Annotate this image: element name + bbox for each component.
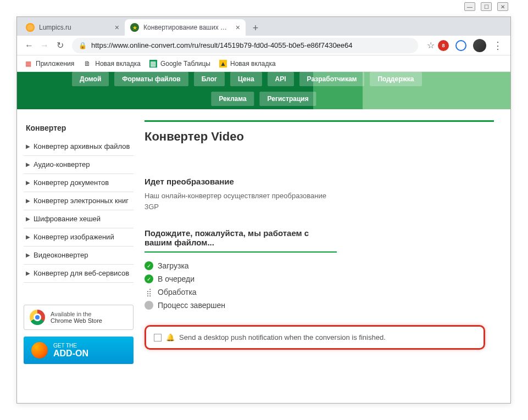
sidebar: Конвертер ▶Конвертер архивных файлов ▶Ау… (24, 120, 134, 364)
sidebar-label: Шифрование хешей (34, 215, 131, 223)
converter-favicon-icon: ★ (130, 23, 139, 32)
sidebar-item-ebooks[interactable]: ▶Конвертер электронных книг (24, 192, 134, 210)
new-tab-button[interactable]: + (248, 20, 263, 36)
tab-close-icon[interactable]: × (115, 23, 119, 32)
chrome-l1: Available in the (51, 311, 102, 317)
chrome-l2: Chrome Web Store (51, 317, 102, 324)
step-label: Процесс завершен (158, 301, 225, 310)
bookmark-label: Новая вкладка (230, 60, 276, 68)
caret-icon: ▶ (26, 251, 30, 260)
image-icon: ▲ (219, 60, 227, 68)
sidebar-label: Видеоконвертер (34, 251, 131, 259)
page-body: Конвертер ▶Конвертер архивных файлов ▶Ау… (17, 109, 510, 375)
browser-menu-button[interactable]: ⋮ (490, 40, 506, 52)
bookmark-item[interactable]: ▦ Google Таблицы (149, 60, 210, 68)
apps-label: Приложения (36, 60, 74, 68)
browser-window: Lumpics.ru × ★ Конвертирование ваших фай… (16, 16, 511, 404)
nav-blog[interactable]: Блог (194, 72, 225, 86)
page-icon: 🗎 (83, 59, 92, 68)
address-bar: ← → ↻ 🔒 https://www.online-convert.com/r… (17, 36, 510, 55)
sidebar-item-hash[interactable]: ▶Шифрование хешей (24, 210, 134, 228)
profile-avatar[interactable] (473, 39, 486, 52)
tab-close-icon[interactable]: × (236, 23, 240, 32)
nav-register[interactable]: Регистрация (260, 92, 316, 106)
nav-devs[interactable]: Разработчикам (299, 72, 365, 86)
bell-icon: 🔔 (166, 333, 175, 341)
nav-support[interactable]: Поддержка (370, 72, 421, 86)
firefox-addon-badge[interactable]: GET THE ADD-ON (24, 337, 134, 364)
sidebar-item-archive[interactable]: ▶Конвертер архивных файлов (24, 138, 134, 156)
nav-home[interactable]: Домой (72, 72, 109, 86)
nav-formats[interactable]: Форматы файлов (114, 72, 188, 86)
window-controls: — ☐ ✕ (464, 2, 508, 11)
site-header: Домой Форматы файлов Блог Цена API Разра… (17, 72, 510, 109)
wait-heading: Подождите, пожалуйста, мы работаем с ваш… (144, 228, 337, 253)
tab-title: Конвертирование ваших файло (143, 24, 231, 31)
status-description: Наш онлайн-конвертер осуществляет преобр… (144, 191, 331, 212)
step-label: Загрузка (158, 261, 189, 270)
tab-converter[interactable]: ★ Конвертирование ваших файло × (125, 19, 246, 36)
tab-lumpics[interactable]: Lumpics.ru × (20, 19, 125, 36)
caret-icon: ▶ (26, 269, 30, 278)
caret-icon: ▶ (26, 215, 30, 223)
notification-highlight-box: 🔔 Send a desktop push notification when … (144, 325, 485, 350)
apps-button[interactable]: ▦ Приложения (24, 59, 74, 68)
page-viewport[interactable]: Домой Форматы файлов Блог Цена API Разра… (17, 72, 510, 403)
bookmark-item[interactable]: ▲ Новая вкладка (219, 60, 276, 68)
caret-icon: ▶ (26, 233, 30, 242)
bookmark-label: Новая вкладка (95, 60, 141, 68)
sidebar-label: Аудио-конвертер (34, 160, 131, 169)
nav-ads[interactable]: Реклама (211, 92, 254, 106)
nav-api[interactable]: API (268, 72, 294, 86)
page-title: Конвертер Video (144, 120, 494, 144)
window-close-button[interactable]: ✕ (497, 2, 508, 11)
notification-checkbox[interactable] (154, 334, 162, 341)
sidebar-label: Конвертер документов (34, 178, 131, 187)
bookmark-star-icon[interactable]: ☆ (427, 40, 435, 51)
header-nav-row2: Реклама Регистрация (211, 92, 316, 106)
globe-icon[interactable] (455, 40, 466, 51)
minimize-button[interactable]: — (464, 2, 475, 11)
caret-icon: ▶ (26, 142, 30, 151)
step-finished: Процесс завершен (144, 299, 494, 312)
status-heading: Идет преобразование (144, 177, 494, 186)
sidebar-item-images[interactable]: ▶Конвертер изображений (24, 228, 134, 247)
step-processing: ⣾ Обработка (144, 285, 494, 299)
reload-button[interactable]: ↻ (52, 38, 68, 53)
step-label: В очереди (158, 275, 194, 283)
chrome-webstore-badge[interactable]: Available in the Chrome Web Store (24, 305, 134, 330)
ff-l2: ADD-ON (53, 349, 88, 359)
main-content: Конвертер Video Идет преобразование Наш … (144, 120, 510, 364)
tab-title: Lumpics.ru (39, 24, 110, 31)
url-input[interactable]: 🔒 https://www.online-convert.com/ru/resu… (72, 38, 418, 53)
sidebar-item-audio[interactable]: ▶Аудио-конвертер (24, 156, 134, 174)
sheets-icon: ▦ (149, 60, 157, 68)
step-upload: ✓ Загрузка (144, 259, 494, 272)
url-text: https://www.online-convert.com/ru/result… (91, 41, 353, 49)
lumpics-favicon-icon (26, 23, 35, 32)
bookmark-item[interactable]: 🗎 Новая вкладка (83, 59, 141, 68)
lock-icon: 🔒 (79, 42, 87, 49)
sidebar-label: Конвертер для веб-сервисов (34, 269, 131, 277)
forward-button[interactable]: → (37, 38, 52, 53)
sidebar-item-web[interactable]: ▶Конвертер для веб-сервисов (24, 265, 134, 283)
bookmarks-bar: ▦ Приложения 🗎 Новая вкладка ▦ Google Та… (17, 55, 510, 72)
sidebar-title: Конвертер (24, 120, 134, 138)
ff-l1: GET THE (53, 343, 88, 349)
back-button[interactable]: ← (21, 38, 37, 53)
tabs-bar: Lumpics.ru × ★ Конвертирование ваших фай… (17, 17, 510, 36)
step-label: Обработка (158, 288, 197, 296)
nav-price[interactable]: Цена (230, 72, 262, 86)
notification-label: Send a desktop push notification when th… (179, 333, 386, 341)
caret-icon: ▶ (26, 160, 30, 169)
promo-section: Available in the Chrome Web Store GET TH… (24, 305, 134, 364)
sidebar-item-docs[interactable]: ▶Конвертер документов (24, 174, 134, 192)
caret-icon: ▶ (26, 178, 30, 187)
firefox-logo-icon (31, 342, 48, 359)
check-icon: ✓ (144, 261, 153, 270)
adblock-icon[interactable]: 8 (438, 40, 449, 51)
maximize-button[interactable]: ☐ (481, 2, 492, 11)
check-icon: ✓ (144, 275, 153, 283)
sidebar-label: Конвертер архивных файлов (34, 142, 131, 150)
sidebar-item-video[interactable]: ▶Видеоконвертер (24, 247, 134, 265)
